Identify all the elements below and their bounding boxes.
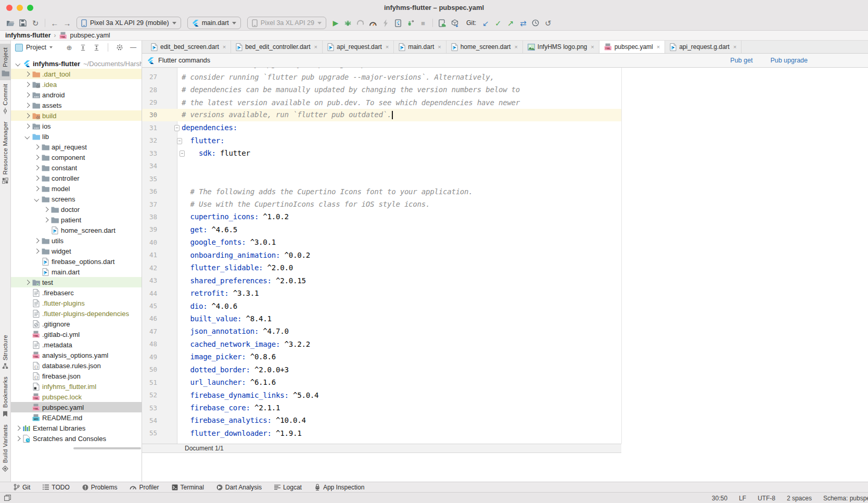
stripe-item-bookmarks[interactable]: Bookmarks <box>0 373 11 420</box>
project-panel-title[interactable]: Project <box>26 44 46 51</box>
chevron-right-icon[interactable] <box>34 248 39 253</box>
code-editor[interactable]: 26# To automatically upgrade your packag… <box>142 68 868 444</box>
code-line-33[interactable]: 33 sdk: flutter <box>142 147 621 159</box>
code-line-42[interactable]: 42 flutter_slidable: ^2.0.0 <box>142 261 621 274</box>
tree-item-.gitlab-ci.yml[interactable]: YML.gitlab-ci.yml <box>11 329 142 339</box>
tree-item-screens[interactable]: screens <box>11 194 142 204</box>
tree-item-firebase_options.dart[interactable]: firebase_options.dart <box>11 256 142 267</box>
tree-item-.flutter-plugins-dependencies[interactable]: .flutter-plugins-dependencies <box>11 308 142 319</box>
collapse-all-icon[interactable] <box>91 42 101 53</box>
pub-upgrade-link[interactable]: Pub upgrade <box>770 57 808 64</box>
chevron-down-icon[interactable] <box>16 61 20 66</box>
line-separator[interactable]: LF <box>739 495 746 502</box>
stripe-item-build-variants[interactable]: Build Variants <box>0 421 11 475</box>
target-device-selector[interactable]: Pixel 3a XL API 29 <box>247 17 326 29</box>
tree-horizontal-scrollbar[interactable] <box>73 447 141 449</box>
close-icon[interactable]: × <box>314 44 317 50</box>
tree-item-.idea[interactable]: .idea <box>11 79 142 90</box>
pub-get-link[interactable]: Pub get <box>730 57 752 64</box>
chevron-right-icon[interactable] <box>44 217 48 222</box>
tree-item-External Libraries[interactable]: External Libraries <box>11 423 142 433</box>
tree-item-.metadata[interactable]: .metadata <box>11 339 142 350</box>
run-config-selector[interactable]: main.dart <box>187 17 241 29</box>
code-line-34[interactable]: 34 <box>142 160 621 172</box>
chevron-right-icon[interactable] <box>34 155 39 159</box>
code-line-28[interactable]: 28# dependencies can be manually updated… <box>142 83 621 96</box>
stop-button[interactable]: ■ <box>417 17 429 29</box>
toolwindow-terminal[interactable]: Terminal <box>172 484 204 491</box>
history-clock-icon[interactable] <box>529 17 542 29</box>
tree-item-.firebaserc[interactable]: .firebaserc <box>11 287 142 298</box>
locate-file-icon[interactable]: ⊕ <box>64 42 74 53</box>
zoom-window-button[interactable] <box>27 5 33 11</box>
close-icon[interactable]: × <box>223 44 226 50</box>
profile-apk-icon[interactable] <box>449 17 461 29</box>
chevron-right-icon[interactable] <box>25 92 30 97</box>
code-line-50[interactable]: 50 dotted_border: ^2.0.0+3 <box>142 363 621 376</box>
tree-item-infyhms_flutter.iml[interactable]: infyhms_flutter.iml <box>11 381 142 392</box>
tree-item-controller[interactable]: controller <box>11 173 142 183</box>
code-line-35[interactable]: 35 <box>142 172 621 185</box>
tree-item-pubspec.lock[interactable]: YMLpubspec.lock <box>11 392 142 402</box>
tool-windows-toggle-icon[interactable] <box>4 495 11 501</box>
close-window-button[interactable] <box>6 5 12 11</box>
tree-item-component[interactable]: component <box>11 152 142 162</box>
code-line-39[interactable]: 39 get: ^4.6.5 <box>142 223 621 236</box>
code-line-45[interactable]: 45 dio: ^4.0.6 <box>142 299 621 312</box>
tab-bed_edit_controller-dart[interactable]: bed_edit_controller.dart× <box>231 41 323 53</box>
tree-item-test[interactable]: test <box>11 277 142 287</box>
tab-InfyHMS-logo-png[interactable]: InfyHMS logo.png× <box>523 41 599 53</box>
gear-icon[interactable] <box>114 42 125 53</box>
toolwindow-app-inspection[interactable]: App Inspection <box>314 484 364 491</box>
sync-icon[interactable]: ↻ <box>29 17 42 29</box>
toolwindow-problems[interactable]: Problems <box>82 484 118 491</box>
code-line-38[interactable]: 38 cupertino_icons: ^1.0.2 <box>142 210 621 223</box>
hot-reload-icon[interactable] <box>379 17 392 29</box>
tree-item-Scratches and Consoles[interactable]: Scratches and Consoles <box>11 433 142 444</box>
code-line-32[interactable]: 32 flutter: <box>142 134 621 147</box>
code-line-46[interactable]: 46 built_value: ^8.4.1 <box>142 312 621 325</box>
toolwindow-git[interactable]: Git <box>14 484 30 491</box>
screenshot-icon[interactable] <box>436 17 449 29</box>
chevron-right-icon[interactable] <box>25 82 30 86</box>
tree-item-lib[interactable]: lib <box>11 131 142 142</box>
rollback-icon[interactable]: ↺ <box>542 17 554 29</box>
tree-item-model[interactable]: model <box>11 183 142 194</box>
forward-icon[interactable]: → <box>61 17 73 29</box>
stripe-item-resource-manager[interactable]: Resource Manager <box>0 118 11 187</box>
tree-item-widget[interactable]: widget <box>11 246 142 256</box>
toolwindow-logcat[interactable]: Logcat <box>274 484 302 491</box>
chevron-right-icon[interactable] <box>25 71 30 76</box>
code-line-36[interactable]: 36 # The following adds the Cupertino Ic… <box>142 185 621 197</box>
chevron-right-icon[interactable] <box>16 425 20 430</box>
tree-item-README.md[interactable]: MDREADME.md <box>11 412 142 423</box>
stripe-item-commit[interactable]: Commit <box>0 80 11 118</box>
chevron-right-icon[interactable] <box>34 186 39 191</box>
profile-button[interactable] <box>354 17 367 29</box>
code-line-37[interactable]: 37 # Use with the CupertinoIcons class f… <box>142 198 621 210</box>
fold-marker-icon[interactable] <box>177 138 182 144</box>
code-line-54[interactable]: 54 firebase_analytics: ^10.0.4 <box>142 414 621 426</box>
code-line-41[interactable]: 41 onboarding_animation: ^0.0.2 <box>142 249 621 261</box>
save-all-icon[interactable] <box>17 17 29 29</box>
chevron-right-icon[interactable] <box>34 175 39 180</box>
back-icon[interactable]: ← <box>48 17 61 29</box>
chevron-right-icon[interactable] <box>34 165 39 170</box>
chevron-down-icon[interactable] <box>49 46 53 48</box>
tab-api_request-dart[interactable]: api_request.dart× <box>323 41 394 53</box>
chevron-down-icon[interactable] <box>34 196 39 201</box>
git-update-icon[interactable]: ↙ <box>479 17 492 29</box>
indent-setting[interactable]: 2 spaces <box>787 495 812 502</box>
attach-debugger-icon[interactable] <box>404 17 417 29</box>
open-folder-icon[interactable] <box>4 17 17 29</box>
tab-main-dart[interactable]: main.dart× <box>394 41 446 53</box>
minimize-window-button[interactable] <box>17 5 23 11</box>
tree-item-ios[interactable]: ios <box>11 121 142 131</box>
code-line-31[interactable]: 31dependencies: <box>142 121 621 134</box>
code-line-29[interactable]: 29# the latest version available on pub.… <box>142 96 621 108</box>
tab-home_screen-dart[interactable]: home_screen.dart× <box>446 41 523 53</box>
close-icon[interactable]: × <box>514 44 517 50</box>
toolwindow-todo[interactable]: TODO <box>43 484 69 491</box>
chevron-right-icon[interactable] <box>16 436 20 441</box>
chevron-right-icon[interactable] <box>25 123 30 128</box>
